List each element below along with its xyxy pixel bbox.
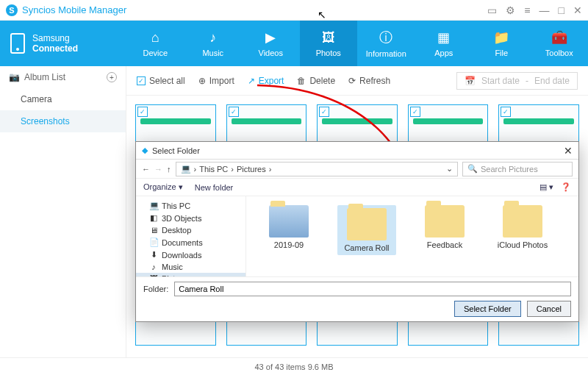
breadcrumb[interactable]: 💻› This PC› Pictures› ⌄ [176,162,459,176]
information-icon: ⓘ [379,29,392,46]
new-folder-button[interactable]: New folder [195,183,234,192]
device-icon: ⌂ [151,30,159,46]
settings-icon[interactable]: ⚙ [506,4,515,16]
nav-videos[interactable]: ▶Videos [242,21,300,66]
nav-back-button[interactable]: ← [142,165,150,174]
tray-icon[interactable]: ▭ [487,4,497,16]
close-icon[interactable]: ✕ [573,4,582,16]
device-brand: Samsung [32,33,78,43]
tree-desktop[interactable]: 🖥Desktop [136,224,245,236]
nav-information[interactable]: ⓘInformation [357,21,415,66]
refresh-button[interactable]: ⟳Refresh [348,76,390,86]
toolbar: ✓Select all ⊕Import ↗Export 🗑Delete ⟳Ref… [126,66,588,96]
minimize-icon[interactable]: — [539,4,550,16]
photos-icon: 🖼 [322,30,335,46]
nav-apps[interactable]: ▦Apps [415,21,473,66]
folder-icon [347,208,387,240]
nav-device[interactable]: ⌂Device [126,21,184,66]
search-icon: 🔍 [467,164,478,174]
nav-up-button[interactable]: ↑ [167,165,171,174]
tree-documents[interactable]: 📄Documents [136,236,245,249]
select-all-checkbox[interactable]: ✓Select all [137,76,185,86]
help-icon[interactable]: ❓ [561,182,571,192]
organize-menu[interactable]: Organize ▾ [143,182,183,192]
menu-icon[interactable]: ≡ [524,4,530,16]
app-logo: S [6,4,18,16]
phone-icon [10,33,25,54]
file-icon: 📁 [493,29,509,46]
folder-name-input[interactable] [174,282,571,296]
tree-3d-objects[interactable]: ◧3D Objects [136,212,245,224]
tree-downloads[interactable]: ⬇Downloads [136,249,245,261]
cursor-icon: ↖ [318,9,326,21]
import-button[interactable]: ⊕Import [198,76,234,86]
folder-list: 2019-09Camera RollFeedbackiCloud Photos [246,196,578,276]
tree-this-pc[interactable]: 💻This PC [136,199,245,212]
music-icon: ♪ [209,30,216,46]
nav-forward-button[interactable]: → [154,165,162,174]
nav-file[interactable]: 📁File [473,21,531,66]
folder-2019-09[interactable]: 2019-09 [259,205,318,249]
folder-icon [425,205,465,238]
add-album-button[interactable]: + [107,72,117,82]
device-panel[interactable]: Samsung Connected [0,21,126,66]
nav-music[interactable]: ♪Music [184,21,243,66]
sidebar-item-screenshots[interactable]: Screenshots [0,110,126,132]
folder-icloud-photos[interactable]: iCloud Photos [493,205,552,249]
dialog-title: Select Folder [152,146,200,155]
nav-photos[interactable]: 🖼Photos [300,21,358,66]
dialog-close-button[interactable]: ✕ [564,145,573,157]
folder-feedback[interactable]: Feedback [415,205,474,249]
toolbox-icon: 🧰 [551,29,567,46]
select-folder-dialog: ◆ Select Folder ✕ ← → ↑ 💻› This PC› Pict… [135,141,579,322]
export-button[interactable]: ↗Export [248,76,284,86]
folder-camera-roll[interactable]: Camera Roll [337,205,396,255]
date-range[interactable]: 📅Start date-End date [456,72,578,90]
folder-field-label: Folder: [143,285,168,293]
status-bar: 43 of 43 items 9.6 MB [0,357,588,375]
sidebar: 📷Album List + CameraScreenshots [0,66,126,357]
app-title: Syncios Mobile Manager [22,4,126,15]
videos-icon: ▶ [265,29,276,46]
apps-icon: ▦ [437,29,450,46]
nav-toolbox[interactable]: 🧰Toolbox [531,21,589,66]
folder-search-input[interactable]: 🔍 Search Pictures [462,162,573,176]
device-status: Connected [32,43,78,54]
folder-tree[interactable]: 💻This PC◧3D Objects🖥Desktop📄Documents⬇Do… [136,196,246,276]
maximize-icon[interactable]: □ [559,4,564,16]
cancel-button[interactable]: Cancel [527,301,571,317]
tree-music[interactable]: ♪Music [136,261,245,273]
folder-icon [269,205,309,238]
sidebar-heading: 📷Album List + [0,66,126,88]
select-folder-button[interactable]: Select Folder [454,301,521,317]
title-bar: S Syncios Mobile Manager ▭ ⚙ ≡ — □ ✕ [0,0,588,21]
sidebar-item-camera[interactable]: Camera [0,88,126,110]
folder-icon [503,205,542,238]
view-mode-button[interactable]: ▤ ▾ [539,182,553,192]
delete-button[interactable]: 🗑Delete [297,76,335,86]
navbar: Samsung Connected ⌂Device♪Music▶Videos🖼P… [0,21,588,66]
